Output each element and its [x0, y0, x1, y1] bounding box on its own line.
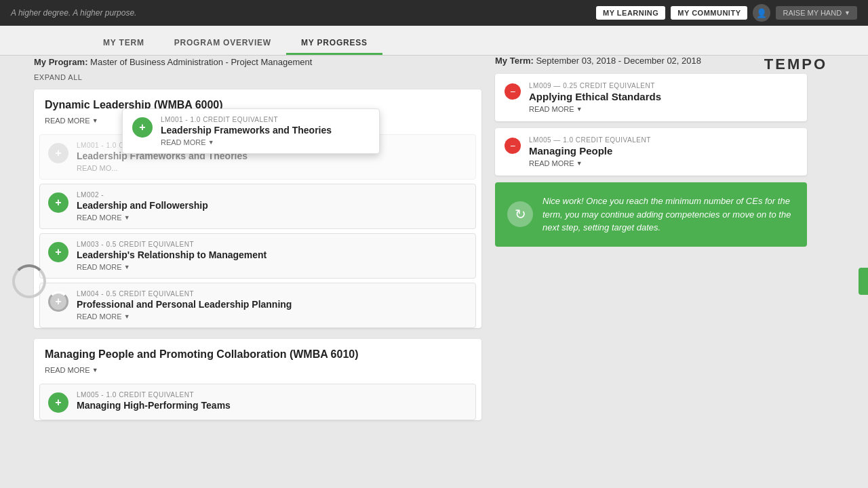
lm-credit: LM005 - 1.0 CREDIT EQUIVALENT — [77, 391, 467, 399]
lm-readmore[interactable]: READ MORE ▼ — [77, 312, 467, 321]
expand-all-link[interactable]: EXPAND ALL — [34, 73, 82, 81]
lm-add-icon: + — [132, 117, 153, 138]
term-title: Managing People — [529, 145, 797, 157]
program-header: My Program: Master of Business Administr… — [34, 56, 481, 83]
info-icon: ↻ — [507, 201, 533, 227]
term-readmore[interactable]: READ MORE ▼ — [529, 105, 797, 113]
tab-bar: MY TERM PROGRAM OVERVIEW MY PROGRESS — [0, 26, 868, 56]
course-section-wmba6010: Managing People and Promoting Collaborat… — [34, 339, 481, 420]
term-info: LM009 — 0.25 CREDIT EQUIVALENT Applying … — [529, 82, 797, 113]
lm-title: Leadership's Relationship to Management — [77, 249, 467, 260]
info-box: ↻ Nice work! Once you reach the minimum … — [495, 182, 807, 247]
my-community-btn[interactable]: MY COMMUNITY — [671, 6, 747, 20]
scroll-indicator — [859, 268, 868, 295]
popup-card-lm001: + LM001 - 1.0 CREDIT EQUIVALENT Leadersh… — [122, 108, 380, 154]
right-column: My Term: September 03, 2018 - December 0… — [495, 56, 807, 431]
lm-card-lm005: + LM005 - 1.0 CREDIT EQUIVALENT Managing… — [39, 384, 476, 420]
lm-info: LM004 - 0.5 CREDIT EQUIVALENT Profession… — [77, 290, 467, 321]
lm-credit: LM004 - 0.5 CREDIT EQUIVALENT — [77, 290, 467, 298]
lm-add-icon: + — [48, 392, 68, 413]
term-credit: LM005 — 1.0 CREDIT EQUIVALENT — [529, 136, 797, 144]
term-info: LM005 — 1.0 CREDIT EQUIVALENT Managing P… — [529, 136, 797, 167]
tab-my-term[interactable]: MY TERM — [88, 33, 159, 55]
lm-credit: LM001 - 1.0 CREDIT EQUIVALENT — [161, 116, 370, 123]
chevron-down-icon: ▼ — [124, 214, 130, 221]
lm-title: Professional and Personal Leadership Pla… — [77, 299, 467, 310]
lm-readmore[interactable]: READ MORE ▼ — [77, 214, 467, 222]
chevron-down-icon: ▼ — [576, 106, 583, 113]
top-nav: A higher degree. A higher purpose. MY LE… — [0, 0, 868, 26]
lm-add-icon: + — [48, 291, 68, 312]
lm-readmore[interactable]: READ MORE ▼ — [161, 138, 370, 146]
lm-info: LM003 - 0.5 CREDIT EQUIVALENT Leadership… — [77, 241, 467, 271]
program-label: My Program: Master of Business Administr… — [34, 57, 312, 67]
brand-text: A higher degree. A higher purpose. — [11, 8, 136, 18]
tab-program-overview[interactable]: PROGRAM OVERVIEW — [159, 33, 286, 55]
course-section-title: Managing People and Promoting Collaborat… — [45, 348, 359, 361]
chevron-down-icon: ▼ — [844, 9, 850, 16]
chevron-down-icon: ▼ — [208, 139, 214, 146]
lm-credit: LM003 - 0.5 CREDIT EQUIVALENT — [77, 241, 467, 248]
lm-readmore[interactable]: READ MORE ▼ — [77, 263, 467, 271]
chevron-down-icon: ▼ — [576, 160, 583, 167]
lm-readmore[interactable]: READ MO... — [77, 164, 467, 172]
remove-icon: − — [505, 138, 521, 154]
chevron-down-icon: ▼ — [92, 117, 98, 124]
chevron-down-icon: ▼ — [92, 367, 98, 373]
remove-icon: − — [505, 83, 521, 100]
raise-hand-btn[interactable]: RAISE MY HAND ▼ — [776, 6, 857, 20]
lm-card-lm002: + LM002 - Leadership and Followership RE… — [39, 184, 476, 229]
term-card-lm005: − LM005 — 1.0 CREDIT EQUIVALENT Managing… — [495, 128, 807, 176]
course-section-header: Managing People and Promoting Collaborat… — [34, 339, 481, 366]
term-credit: LM009 — 0.25 CREDIT EQUIVALENT — [529, 82, 797, 89]
lm-add-icon: + — [48, 242, 68, 262]
info-box-text: Nice work! Once you reach the minimum nu… — [542, 195, 795, 235]
lm-card-lm003: + LM003 - 0.5 CREDIT EQUIVALENT Leadersh… — [39, 233, 476, 279]
lm-credit: LM002 - — [77, 191, 467, 199]
term-readmore[interactable]: READ MORE ▼ — [529, 159, 797, 167]
term-card-lm009: − LM009 — 0.25 CREDIT EQUIVALENT Applyin… — [495, 74, 807, 121]
lm-add-icon: + — [48, 192, 68, 213]
lm-title: Leadership and Followership — [77, 200, 467, 211]
user-icon: 👤 — [753, 4, 770, 22]
lm-title: Managing High-Performing Teams — [77, 400, 467, 411]
lm-add-icon: + — [48, 143, 68, 163]
lm-title: Leadership Frameworks and Theories — [161, 125, 370, 136]
my-term-header: My Term: September 03, 2018 - December 0… — [495, 56, 807, 66]
lm-info: LM005 - 1.0 CREDIT EQUIVALENT Managing H… — [77, 391, 467, 411]
loading-spinner — [12, 264, 46, 298]
lm-info: LM001 - 1.0 CREDIT EQUIVALENT Leadership… — [161, 116, 370, 146]
term-title: Applying Ethical Standards — [529, 91, 797, 102]
my-learning-btn[interactable]: MY LEARNING — [596, 6, 665, 20]
chevron-down-icon: ▼ — [124, 264, 130, 270]
tab-my-progress[interactable]: MY PROGRESS — [286, 33, 382, 55]
chevron-down-icon: ▼ — [124, 313, 130, 320]
lm-info: LM002 - Leadership and Followership READ… — [77, 191, 467, 222]
lm-card-lm004: + LM004 - 0.5 CREDIT EQUIVALENT Professi… — [39, 283, 476, 328]
course-section-readmore[interactable]: READ MORE ▼ — [34, 366, 481, 380]
